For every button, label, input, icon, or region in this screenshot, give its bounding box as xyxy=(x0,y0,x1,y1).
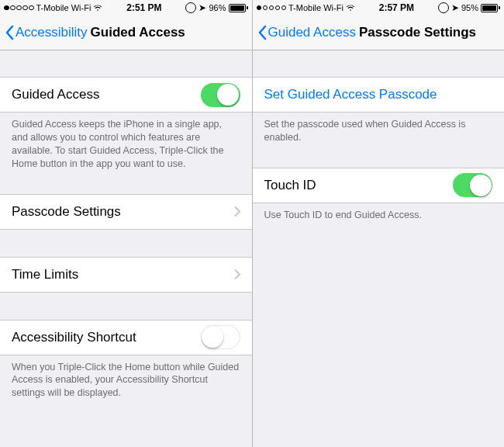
screen-passcode-settings: T-Mobile Wi-Fi 2:57 PM ➤ 95% Guided Acce… xyxy=(253,0,505,447)
status-bar: T-Mobile Wi-Fi 2:57 PM ➤ 95% xyxy=(253,0,505,16)
signal-dots-icon xyxy=(4,5,34,11)
nav-bar: Guided Access Passcode Settings xyxy=(253,16,505,50)
carrier-label: T-Mobile Wi-Fi xyxy=(36,3,91,12)
row-label: Accessibility Shortcut xyxy=(12,330,136,345)
toggle-guided-access[interactable] xyxy=(201,83,240,107)
carrier-label: T-Mobile Wi-Fi xyxy=(288,3,343,12)
row-label: Touch ID xyxy=(264,178,316,193)
back-button[interactable]: Accessibility xyxy=(5,25,88,40)
row-set-passcode[interactable]: Set Guided Access Passcode xyxy=(253,77,505,113)
battery-icon xyxy=(481,4,500,12)
footer-touch-id: Use Touch ID to end Guided Access. xyxy=(253,203,505,230)
battery-pct: 95% xyxy=(461,3,478,12)
chevron-right-icon xyxy=(234,269,240,279)
row-label: Passcode Settings xyxy=(12,204,121,220)
row-label: Set Guided Access Passcode xyxy=(264,87,437,102)
location-icon: ➤ xyxy=(198,2,206,13)
footer-guided-access: Guided Access keeps the iPhone in a sing… xyxy=(0,113,252,178)
wifi-icon xyxy=(93,4,102,12)
row-time-limits[interactable]: Time Limits xyxy=(0,257,252,293)
signal-dots-icon xyxy=(257,5,287,11)
battery-icon xyxy=(229,4,248,12)
back-button[interactable]: Guided Access xyxy=(257,25,356,40)
row-label: Time Limits xyxy=(12,267,78,282)
rotation-lock-icon xyxy=(438,2,449,13)
status-bar: T-Mobile Wi-Fi 2:51 PM ➤ 96% xyxy=(0,0,252,16)
battery-pct: 96% xyxy=(209,3,226,12)
page-title: Guided Access xyxy=(91,25,185,40)
page-title: Passcode Settings xyxy=(359,25,476,40)
scroll-area[interactable]: Guided Access Guided Access keeps the iP… xyxy=(0,50,252,447)
nav-bar: Accessibility Guided Access xyxy=(0,16,252,50)
row-guided-access-toggle[interactable]: Guided Access xyxy=(0,77,252,113)
scroll-area[interactable]: Set Guided Access Passcode Set the passc… xyxy=(253,50,505,447)
wifi-icon xyxy=(346,4,355,12)
footer-set-passcode: Set the passcode used when Guided Access… xyxy=(253,113,505,152)
clock: 2:51 PM xyxy=(126,2,161,13)
back-label: Accessibility xyxy=(16,25,88,40)
chevron-right-icon xyxy=(234,206,240,217)
chevron-left-icon xyxy=(5,25,14,40)
footer-shortcut: When you Triple-Click the Home button wh… xyxy=(0,355,252,408)
chevron-left-icon xyxy=(257,25,267,40)
screen-guided-access: T-Mobile Wi-Fi 2:51 PM ➤ 96% Accessibili… xyxy=(0,0,253,447)
rotation-lock-icon xyxy=(185,2,196,13)
toggle-accessibility-shortcut[interactable] xyxy=(201,325,240,349)
location-icon: ➤ xyxy=(451,2,459,13)
clock: 2:57 PM xyxy=(379,2,414,13)
row-label: Guided Access xyxy=(12,87,99,102)
row-accessibility-shortcut[interactable]: Accessibility Shortcut xyxy=(0,320,252,355)
toggle-touch-id[interactable] xyxy=(453,173,492,197)
back-label: Guided Access xyxy=(268,25,356,40)
row-passcode-settings[interactable]: Passcode Settings xyxy=(0,194,252,230)
row-touch-id[interactable]: Touch ID xyxy=(253,168,505,203)
